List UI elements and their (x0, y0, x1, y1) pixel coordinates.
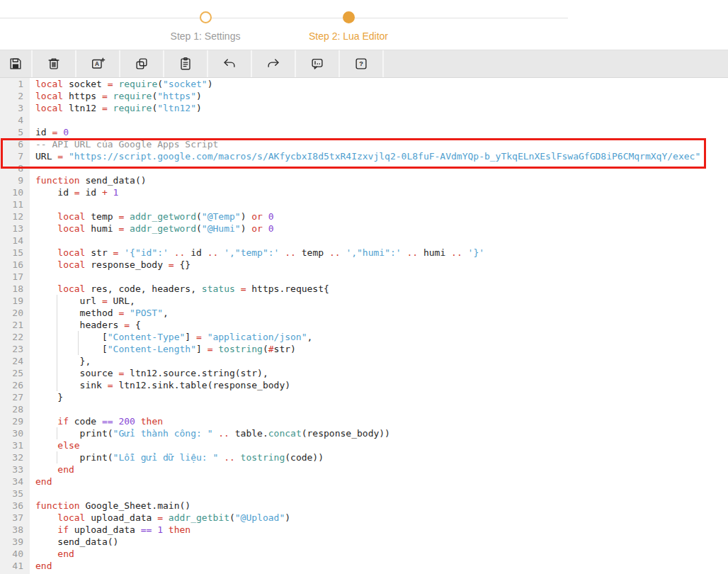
code-line[interactable]: 41end (0, 560, 728, 572)
line-number: 27 (0, 391, 30, 403)
code-line[interactable]: 33 end (0, 463, 728, 475)
code-line[interactable]: 35 (0, 488, 728, 500)
code-line[interactable]: 39 send_data() (0, 536, 728, 548)
code-line[interactable]: 36function Google_Sheet.main() (0, 500, 728, 512)
code-text: local response_body = {} (30, 259, 190, 271)
code-line[interactable]: 8 (0, 162, 728, 174)
code-text: ["Content-Length"] = tostring(#str) (30, 343, 296, 355)
font-add-button[interactable]: A (76, 50, 120, 77)
line-number: 22 (0, 331, 30, 343)
code-text: local upload_data = addr_getbit("@Upload… (30, 512, 290, 524)
code-line[interactable]: 34end (0, 475, 728, 488)
code-line[interactable]: 23 ["Content-Length"] = tostring(#str) (0, 343, 728, 355)
copy-button[interactable] (120, 50, 164, 77)
step-2-label: Step 2: Lua Editor (309, 30, 388, 42)
code-text: method = "POST", (30, 307, 169, 319)
code-line[interactable]: 17 (0, 271, 728, 283)
code-line[interactable]: 5id = 0 (0, 126, 728, 138)
code-text (30, 271, 35, 283)
code-line[interactable]: 12 local temp = addr_getword("@Temp") or… (0, 210, 728, 223)
line-number: 24 (0, 355, 30, 367)
code-text (30, 488, 35, 500)
code-line[interactable]: 22 ["Content-Type"] = "application/json"… (0, 331, 728, 343)
code-line[interactable]: 25 source = ltn12.source.string(str), (0, 367, 728, 379)
line-number: 8 (0, 162, 30, 174)
code-line[interactable]: 21 headers = { (0, 319, 728, 331)
code-text (30, 198, 35, 210)
redo-button[interactable] (252, 50, 296, 77)
wizard-stepper: Step 1: Settings Step 2: Lua Editor (0, 0, 728, 50)
line-number: 28 (0, 403, 30, 415)
code-line[interactable]: 14 (0, 235, 728, 247)
line-number: 33 (0, 463, 30, 475)
code-text: function Google_Sheet.main() (30, 500, 190, 512)
undo-icon (222, 56, 237, 72)
code-line[interactable]: 1local socket = require("socket") (0, 78, 728, 90)
line-number: 4 (0, 114, 30, 126)
code-line[interactable]: 15 local str = '{"id":' .. id .. ',"temp… (0, 247, 728, 259)
help-button[interactable]: ? (340, 50, 384, 77)
code-text: local res, code, headers, status = https… (30, 283, 329, 295)
code-line[interactable]: 31 else (0, 439, 728, 451)
code-line[interactable]: 10 id = id + 1 (0, 186, 728, 198)
line-number: 7 (0, 150, 30, 162)
code-line[interactable]: 16 local response_body = {} (0, 259, 728, 271)
code-line[interactable]: 6-- API URL của Google Apps Script (0, 138, 728, 150)
line-number: 16 (0, 259, 30, 271)
line-number: 18 (0, 283, 30, 295)
code-text: source = ltn12.source.string(str), (30, 367, 268, 379)
code-line[interactable]: 7URL = "https://script.google.com/macros… (0, 150, 728, 162)
code-line[interactable]: 13 local humi = addr_getword("@Humi") or… (0, 223, 728, 235)
line-number: 11 (0, 198, 30, 210)
code-text: id = 0 (30, 126, 69, 138)
code-line[interactable]: 30 print("Gửi thành công: " .. table.con… (0, 427, 728, 439)
code-text: end (30, 548, 74, 560)
line-number: 25 (0, 367, 30, 379)
code-text: if code == 200 then (30, 415, 163, 427)
code-line[interactable]: 24 }, (0, 355, 728, 367)
line-number: 10 (0, 186, 30, 198)
code-line[interactable]: 28 (0, 403, 728, 415)
code-line[interactable]: 9function send_data() (0, 174, 728, 186)
line-number: 9 (0, 174, 30, 186)
code-line[interactable]: 37 local upload_data = addr_getbit("@Upl… (0, 512, 728, 524)
line-number: 40 (0, 548, 30, 560)
code-text (30, 235, 35, 247)
paste-button[interactable] (164, 50, 208, 77)
code-line[interactable]: 3local ltn12 = require("ltn12") (0, 102, 728, 114)
code-line[interactable]: 4 (0, 114, 728, 126)
line-number: 17 (0, 271, 30, 283)
step-1-settings[interactable]: Step 1: Settings (135, 11, 276, 42)
code-line[interactable]: 27 } (0, 391, 728, 403)
lua-code-editor[interactable]: 1local socket = require("socket")2local … (0, 78, 728, 574)
line-number: 20 (0, 307, 30, 319)
code-text: local str = '{"id":' .. id .. ',"temp":'… (30, 247, 484, 259)
code-text: send_data() (30, 536, 118, 548)
code-line[interactable]: 19 url = URL, (0, 295, 728, 307)
code-line[interactable]: 32 print("Lỗi gửi dữ liệu: " .. tostring… (0, 451, 728, 463)
code-text: local https = require("https") (30, 90, 202, 102)
code-line[interactable]: 11 (0, 198, 728, 210)
code-text: if upload_data == 1 then (30, 524, 190, 536)
undo-button[interactable] (208, 50, 252, 77)
code-line[interactable]: 38 if upload_data == 1 then (0, 524, 728, 536)
line-number: 12 (0, 210, 30, 223)
code-line[interactable]: 26 sink = ltn12.sink.table(response_body… (0, 379, 728, 391)
code-line[interactable]: 2local https = require("https") (0, 90, 728, 102)
code-line[interactable]: 18 local res, code, headers, status = ht… (0, 283, 728, 295)
delete-button[interactable] (33, 50, 76, 77)
code-text: end (30, 475, 52, 488)
editor-toolbar: A (0, 50, 728, 78)
step-2-lua-editor[interactable]: Step 2: Lua Editor (278, 11, 419, 42)
step-1-circle-icon[interactable] (200, 11, 212, 23)
code-line[interactable]: 29 if code == 200 then (0, 415, 728, 427)
step-2-circle-icon[interactable] (343, 11, 355, 23)
code-text: local socket = require("socket") (30, 78, 213, 90)
save-button[interactable] (0, 50, 33, 77)
code-line[interactable]: 20 method = "POST", (0, 307, 728, 319)
svg-text:?: ? (359, 60, 363, 67)
line-number: 32 (0, 451, 30, 463)
code-line[interactable]: 40 end (0, 548, 728, 560)
feedback-button[interactable] (296, 50, 340, 77)
line-number: 30 (0, 427, 30, 439)
